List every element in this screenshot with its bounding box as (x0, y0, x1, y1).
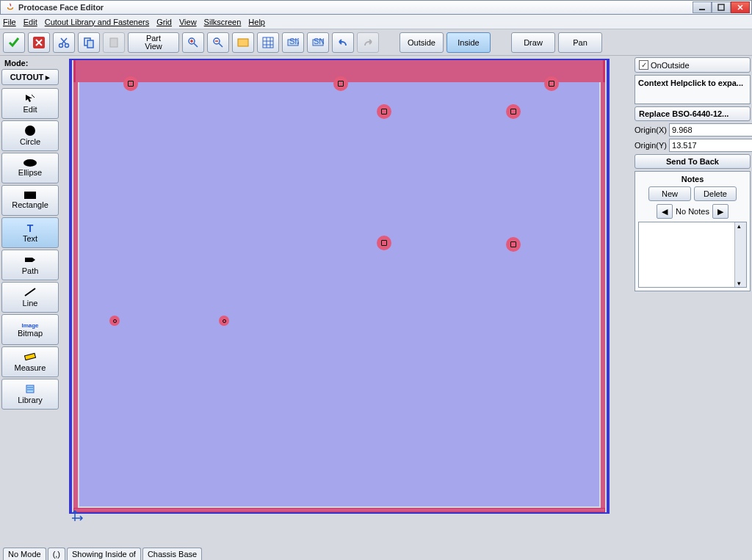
pan-button[interactable]: Pan (558, 32, 602, 53)
origin-marker-icon (70, 508, 85, 523)
origin-y-input[interactable] (669, 139, 752, 152)
accept-button[interactable] (3, 32, 25, 53)
menu-view[interactable]: View (179, 18, 197, 26)
tool-line[interactable]: Line (1, 282, 59, 313)
send-to-back-button[interactable]: Send To Back (634, 154, 751, 169)
svg-text:SIZE: SIZE (289, 37, 299, 46)
status-coords: (,) (48, 548, 65, 560)
menubar: File Edit Cutout Library and Fasteners G… (0, 15, 752, 29)
fastener-hole[interactable] (109, 316, 120, 326)
tool-text[interactable]: TText (1, 217, 59, 248)
notes-header: Notes (638, 175, 747, 183)
tool-rectangle[interactable]: Rectangle (1, 185, 59, 216)
svg-rect-6 (87, 40, 93, 48)
tool-edit[interactable]: Edit (1, 88, 59, 119)
svg-rect-0 (699, 9, 705, 10)
cut-button[interactable] (53, 32, 75, 53)
zoom-in-button[interactable] (182, 32, 204, 53)
mode-label: Mode: (1, 57, 59, 69)
statusbar: No Mode (,) Showing Inside of Chassis Ba… (0, 545, 752, 560)
paste-button (103, 32, 125, 53)
status-showing: Showing Inside of (67, 548, 141, 560)
notes-status: No Notes (676, 207, 709, 216)
menu-edit[interactable]: Edit (24, 18, 37, 26)
on-outside-toggle[interactable]: OnOutside (634, 57, 751, 73)
tool-path[interactable]: Path (1, 250, 59, 280)
grid-button[interactable] (257, 32, 279, 53)
window-title: Protocase Face Editor (18, 3, 693, 12)
tool-library[interactable]: Library (1, 379, 59, 410)
notes-panel: Notes New Delete ◀ No Notes ▶ (634, 171, 751, 291)
notes-next-button[interactable]: ▶ (712, 204, 728, 219)
status-part: Chassis Base (142, 548, 202, 560)
origin-x-input[interactable] (669, 123, 752, 137)
fastener-hole[interactable] (333, 76, 348, 91)
properties-panel: OnOutside Context Helpclick to expa... R… (633, 56, 752, 545)
inside-button[interactable]: Inside (446, 32, 491, 53)
outside-button[interactable]: Outside (400, 32, 444, 53)
svg-rect-1 (718, 4, 724, 10)
mode-selector[interactable]: CUTOUT▸ (1, 69, 59, 85)
menu-cutout-library[interactable]: Cutout Library and Fasteners (45, 18, 149, 26)
canvas-area[interactable] (60, 56, 633, 545)
snap-button[interactable]: SNAP (307, 32, 329, 53)
origin-y-label: Origin(Y) (634, 141, 667, 150)
svg-rect-10 (238, 39, 248, 46)
tool-circle[interactable]: Circle (1, 120, 59, 151)
face-surface[interactable] (79, 82, 599, 506)
zoom-fit-button[interactable] (232, 32, 254, 53)
undo-button[interactable] (332, 32, 354, 53)
draw-button[interactable]: Draw (511, 32, 555, 53)
java-icon (5, 2, 15, 12)
svg-rect-11 (263, 37, 273, 48)
notes-textarea[interactable] (638, 222, 747, 288)
fastener-hole[interactable] (377, 236, 391, 250)
close-button[interactable] (731, 1, 750, 13)
copy-button[interactable] (78, 32, 100, 53)
fastener-hole[interactable] (377, 104, 391, 119)
fastener-hole[interactable] (123, 76, 138, 91)
minimize-button[interactable] (693, 1, 712, 13)
redo-button (357, 32, 379, 53)
svg-rect-7 (110, 38, 118, 47)
zoom-out-button[interactable] (207, 32, 229, 53)
notes-delete-button[interactable]: Delete (694, 186, 737, 201)
size-button[interactable]: SIZE (282, 32, 304, 53)
cancel-button[interactable] (28, 32, 50, 53)
checkbox-icon (639, 60, 648, 70)
svg-rect-18 (26, 385, 34, 393)
tool-ellipse[interactable]: Ellipse (1, 153, 59, 183)
menu-file[interactable]: File (3, 18, 16, 26)
scrollbar[interactable] (734, 222, 746, 287)
menu-grid[interactable]: Grid (156, 18, 172, 26)
status-mode: No Mode (3, 548, 46, 560)
fastener-hole[interactable] (219, 316, 229, 326)
origin-x-label: Origin(X) (634, 126, 667, 134)
menu-help[interactable]: Help (248, 18, 265, 26)
titlebar: Protocase Face Editor (0, 0, 752, 15)
svg-rect-17 (24, 353, 35, 360)
replace-button[interactable]: Replace BSO-6440-12... (634, 106, 751, 121)
toolbar: Part View SIZE SNAP Outside Inside Draw … (0, 29, 752, 56)
svg-text:SNAP: SNAP (314, 37, 324, 46)
tool-measure[interactable]: Measure (1, 346, 59, 377)
toolbox: Mode: CUTOUT▸ Edit Circle Ellipse Rectan… (0, 56, 60, 545)
menu-silkscreen[interactable]: Silkscreen (204, 18, 242, 26)
notes-new-button[interactable]: New (648, 186, 691, 201)
tool-bitmap[interactable]: ImageBitmap (1, 314, 59, 345)
fastener-hole[interactable] (506, 237, 521, 252)
notes-prev-button[interactable]: ◀ (657, 204, 673, 219)
fastener-hole[interactable] (544, 76, 559, 91)
context-help[interactable]: Context Helpclick to expa... (634, 75, 751, 104)
svg-line-16 (25, 288, 35, 296)
fastener-hole[interactable] (506, 104, 521, 119)
maximize-button[interactable] (712, 1, 731, 13)
part-view-button[interactable]: Part View (128, 32, 179, 53)
